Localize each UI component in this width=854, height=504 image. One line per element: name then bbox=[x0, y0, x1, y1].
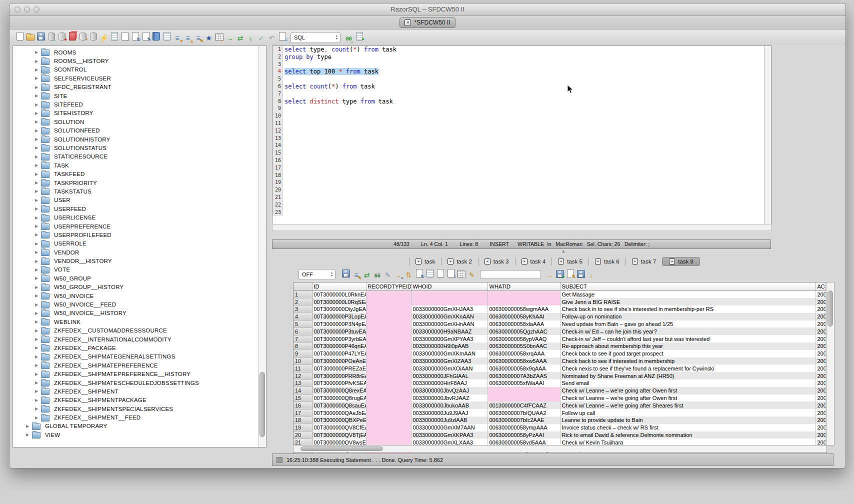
cell[interactable]: 200 bbox=[816, 432, 826, 439]
tree-item[interactable]: ▶USER bbox=[13, 196, 266, 204]
row-number[interactable]: 18 bbox=[294, 416, 312, 424]
cell[interactable]: 0033000000JFhGlAAL bbox=[411, 372, 488, 380]
row-number[interactable]: 19 bbox=[294, 424, 312, 432]
disclosure-triangle-icon[interactable]: ▶ bbox=[26, 432, 32, 437]
disclosure-triangle-icon[interactable]: ▶ bbox=[35, 85, 41, 90]
tree-item[interactable]: ▶USERFEED bbox=[13, 204, 266, 213]
row-count-list-icon[interactable]: ● bbox=[354, 30, 364, 42]
disclosure-triangle-icon[interactable]: ▶ bbox=[35, 224, 41, 228]
row-number[interactable]: 3 bbox=[294, 306, 312, 313]
table-row[interactable]: 2000T3000000QV8TjEAL0033000000GmXKPAA300… bbox=[294, 432, 826, 439]
highlight-filter-select[interactable]: OFF ▴▾ bbox=[298, 269, 336, 280]
fetch-more-icon[interactable]: ↓ bbox=[586, 270, 596, 282]
tree-item[interactable]: ▶WEBLINK bbox=[13, 318, 266, 326]
disclosure-triangle-icon[interactable]: ▶ bbox=[35, 137, 41, 142]
disclosure-triangle-icon[interactable]: ▶ bbox=[35, 76, 41, 80]
editor-line[interactable]: 17 bbox=[272, 164, 771, 172]
tree-item[interactable]: ▶ZKFEDEX__SHIPMATEPREFERENCE bbox=[13, 361, 266, 370]
cell[interactable]: 200 bbox=[816, 320, 826, 328]
cell[interactable] bbox=[366, 364, 411, 372]
view-as-text-icon[interactable]: 66 bbox=[372, 270, 382, 282]
grid-horizontal-scrollbar[interactable] bbox=[293, 445, 827, 452]
cell[interactable]: 0033000000GmXPYAA3 bbox=[411, 335, 488, 342]
editor-line[interactable]: 9 bbox=[272, 105, 771, 112]
tree-item[interactable]: ▶ZKFEDEX__SHIPMENTSPECIALSERVICES bbox=[13, 404, 266, 413]
cell[interactable]: 00T3000000Q8sauEAB bbox=[312, 402, 366, 409]
disclosure-triangle-icon[interactable]: ▶ bbox=[35, 294, 41, 298]
minimize-window-button[interactable] bbox=[24, 6, 30, 12]
editor-line[interactable]: 20 bbox=[272, 186, 771, 194]
column-header[interactable]: WHATID bbox=[488, 282, 560, 291]
describe-results-icon[interactable] bbox=[424, 268, 435, 280]
row-number[interactable]: 9 bbox=[294, 350, 312, 358]
save-icon[interactable] bbox=[36, 30, 46, 42]
tree-item[interactable]: ▶VENDOR__HISTORY bbox=[13, 256, 266, 265]
close-tab-icon[interactable]: × bbox=[669, 258, 675, 264]
cell[interactable] bbox=[411, 291, 488, 298]
cell[interactable]: 00T3000000P3yrbEAB bbox=[312, 335, 366, 342]
cell[interactable]: 0033000000GmXM7AAN bbox=[411, 424, 488, 432]
cell[interactable]: 00T3000000PREZaEAP bbox=[312, 364, 366, 372]
cell[interactable] bbox=[366, 387, 411, 394]
disclosure-triangle-icon[interactable]: ▶ bbox=[35, 354, 41, 359]
table-row[interactable]: 1500T3000000Q8rugEAB0033000000JbvRJAAZCh… bbox=[294, 394, 826, 402]
row-number[interactable]: 7 bbox=[294, 335, 312, 342]
cell[interactable] bbox=[488, 298, 560, 306]
cell[interactable]: 200 bbox=[816, 313, 826, 320]
cell[interactable]: 200 bbox=[816, 364, 826, 372]
cell[interactable]: 006300000058xlaAAA bbox=[488, 320, 560, 328]
commit-check-icon[interactable]: ✓ bbox=[256, 32, 266, 44]
cell[interactable] bbox=[366, 306, 411, 313]
result-tab[interactable]: ×task 8 bbox=[662, 257, 700, 266]
tree-item[interactable]: ▶SITEHISTORY bbox=[13, 109, 266, 118]
cell[interactable] bbox=[366, 380, 411, 387]
disclosure-triangle-icon[interactable]: ▶ bbox=[35, 198, 41, 202]
splitter-handle-icon[interactable]: ▲ bbox=[562, 249, 566, 254]
cell[interactable]: 00T3000000QV8CfEAL bbox=[312, 424, 366, 432]
cell[interactable]: 200 bbox=[816, 394, 826, 402]
cell[interactable]: 200 bbox=[816, 335, 826, 342]
sql-editor[interactable]: 1select type, count(*) from task2group b… bbox=[272, 46, 772, 224]
table-row[interactable]: 500T3000000P3N4pEAF0033000000GmXHnAAN006… bbox=[294, 320, 826, 328]
cell[interactable]: 006300000058x9qAAA bbox=[488, 364, 560, 372]
column-header[interactable]: SUBJECT bbox=[560, 282, 816, 291]
cell[interactable]: 00T3000000PRR8rEAH bbox=[312, 372, 366, 380]
cell[interactable]: 200 bbox=[816, 424, 826, 432]
database-icon[interactable] bbox=[88, 30, 98, 42]
tree-item[interactable]: ▶TASKPRIORITY bbox=[13, 178, 266, 187]
cell[interactable]: 0033000000GmXKmAAN bbox=[411, 350, 488, 358]
cell[interactable] bbox=[366, 416, 411, 424]
editor-line[interactable]: 2group by type bbox=[272, 54, 771, 61]
table-row[interactable]: 800T3000000P46qnEAB0033000000H9i0pAAB006… bbox=[294, 342, 826, 350]
editor-line[interactable]: 5 bbox=[272, 76, 771, 83]
cell[interactable]: 200 bbox=[816, 342, 826, 350]
help-book-icon[interactable] bbox=[151, 30, 162, 42]
table-row[interactable]: 1100T3000000PREZaEAP0033000000GmXOiAAN00… bbox=[294, 364, 826, 372]
sort-descending-icon[interactable]: ≡▾ bbox=[172, 32, 182, 44]
tree-item[interactable]: ▶USERLICENSE bbox=[13, 213, 266, 222]
editor-line[interactable]: 23 bbox=[272, 209, 771, 216]
tree-item[interactable]: ▶ZKFEDEX__INTERNATIONALCOMMODITY bbox=[13, 335, 266, 344]
disclosure-triangle-icon[interactable]: ▶ bbox=[35, 232, 41, 237]
disclosure-triangle-icon[interactable]: ▶ bbox=[35, 380, 41, 385]
cell[interactable] bbox=[366, 313, 411, 320]
editor-vertical-scrollbar[interactable] bbox=[764, 46, 771, 224]
cell[interactable]: Check nexis to see if they've found a re… bbox=[560, 364, 816, 372]
save-grid-icon[interactable] bbox=[576, 268, 586, 280]
disclosure-triangle-icon[interactable]: ▶ bbox=[35, 68, 41, 72]
close-tab-icon[interactable]: × bbox=[558, 258, 564, 264]
tree-item[interactable]: ▶USERPROFILEFEED bbox=[13, 230, 266, 239]
editor-line[interactable]: 3 bbox=[272, 61, 771, 68]
table-row[interactable]: 100T3000000L0RknEAFGet Massage200 bbox=[294, 291, 826, 298]
document-tab[interactable]: × *SFDCW50 II bbox=[400, 18, 455, 28]
tree-item[interactable]: ▶ZKFEDEX__SHIPMATEGENERALSETTINGS bbox=[13, 352, 266, 361]
cell[interactable]: Check w/ Leanne – we're going after Shea… bbox=[560, 402, 816, 409]
disclosure-triangle-icon[interactable]: ▶ bbox=[35, 337, 41, 342]
filter-edit-icon[interactable]: ≡✎ bbox=[193, 32, 204, 44]
cell[interactable]: 00T3000000P3tuvEAB bbox=[312, 328, 366, 335]
tree-item[interactable]: ▶ZKFEDEX__SHIPMENTPACKAGE bbox=[13, 396, 266, 404]
editor-line[interactable]: 22 bbox=[272, 202, 771, 209]
result-tab[interactable]: ×task 6 bbox=[589, 258, 626, 266]
table-row[interactable]: 1700T3000000QAeJbEAL0033000000Ju9J9AAJ00… bbox=[294, 409, 826, 416]
cell[interactable]: 0013000000C4fFCAAZ bbox=[488, 402, 560, 409]
